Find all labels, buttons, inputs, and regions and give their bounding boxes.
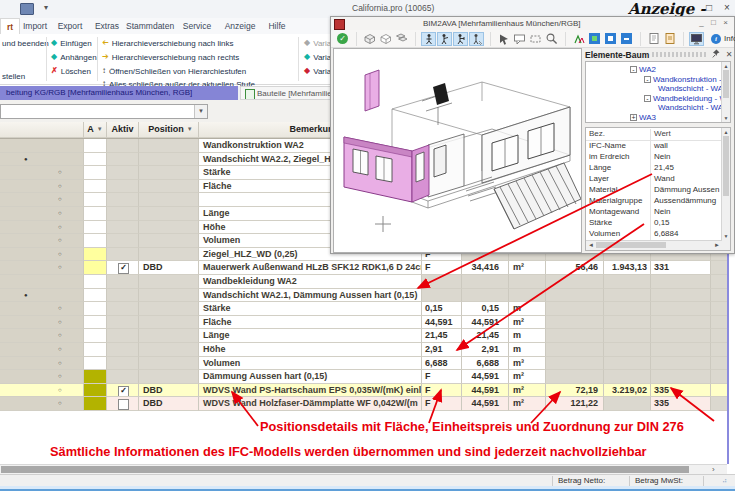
table-row[interactable]: ○DBDWDVS Wand Holzfaser-Dämmplatte WF 0,… <box>0 397 729 411</box>
table-row[interactable]: ○Volumen6,6886,688m³ <box>0 357 729 371</box>
prop-key: im Erdreich <box>586 152 650 163</box>
table-row[interactable]: ○Dämmung Aussen hart (0,15)F44,591m² <box>0 370 729 384</box>
comment-icon[interactable] <box>512 32 527 46</box>
maximize-button[interactable]: □ <box>701 1 717 14</box>
close-button[interactable]: × <box>719 1 735 14</box>
scrollbar-thumb[interactable] <box>1 466 689 473</box>
tree-item[interactable]: -Wandkonstruktion - WA2 <box>644 75 731 84</box>
blue-square-icon[interactable] <box>603 32 618 46</box>
append-button[interactable]: ◆Anhängen <box>51 51 97 63</box>
cell-a <box>84 343 107 357</box>
blue-square-green-icon[interactable] <box>587 32 602 46</box>
prop-row[interactable]: MontagewandNein <box>586 207 722 218</box>
cube-stack-icon[interactable] <box>394 32 409 46</box>
table-row[interactable]: ○Stärke0,150,15m <box>0 302 729 316</box>
bim-maximize-button[interactable]: □ <box>708 18 719 28</box>
model-tree-icon[interactable] <box>571 32 586 46</box>
filter-combobox[interactable]: ▼ <box>0 104 208 119</box>
info-button[interactable]: i Info ▼ <box>711 34 735 44</box>
save-and-exit-button[interactable]: und beenden <box>2 37 49 49</box>
tree-vertical-scrollbar[interactable]: ▲ ▼ <box>721 62 730 122</box>
blue-square-flat-icon[interactable] <box>619 32 634 46</box>
panel-close-icon[interactable]: ✕ <box>724 50 734 59</box>
annotation-line2: Sämtliche Informationen des IFC-Modells … <box>50 444 647 459</box>
tab-service[interactable]: Service <box>180 18 214 34</box>
aktiv-checkbox[interactable] <box>118 399 129 410</box>
cube-icon[interactable] <box>362 32 377 46</box>
tab-hilfe[interactable]: Hilfe <box>264 18 290 34</box>
tab-bearbeitung-kg-rgb[interactable]: beitung KG/RGB [Mehrfamilienhaus München… <box>0 86 238 100</box>
zoom-icon[interactable] <box>544 32 559 46</box>
pin-icon[interactable] <box>711 49 721 60</box>
prop-row[interactable]: IFC-Namewall <box>586 141 722 152</box>
bim-minimize-button[interactable]: _ <box>696 18 707 28</box>
open-close-hierarchy-button[interactable]: ↕Öffnen/Schließen von Hierarchiestufen <box>102 65 246 77</box>
person-hatch-icon[interactable] <box>469 32 484 46</box>
table-row[interactable]: Wandbekleidung WA2 <box>0 275 729 289</box>
table-row[interactable]: ○Höhe2,912,91m <box>0 343 729 357</box>
prop-row[interactable]: MaterialgruppeAussendämmung <box>586 196 722 207</box>
element-properties[interactable]: Bez.WertIFC-Namewallim ErdreichNeinLänge… <box>585 127 731 251</box>
tab-start[interactable]: rt <box>0 18 20 35</box>
hierarchy-shift-left-button[interactable]: ➔Hierarchieverschiebung nach links <box>102 37 234 49</box>
delete-button[interactable]: ✗Löschen <box>51 65 91 77</box>
table-row[interactable]: ○✓DBDWDVS Wand PS-Hartschaum EPS 0,035W/… <box>0 384 729 398</box>
header-position[interactable]: Position▼ <box>139 122 199 138</box>
report-icon[interactable] <box>646 32 661 46</box>
tree-item[interactable]: -Wandbekleidung - WA2 <box>644 94 731 103</box>
chevron-down-icon[interactable]: ▼ <box>194 105 207 118</box>
props-horizontal-scrollbar[interactable]: ◄ ► <box>586 240 722 250</box>
cube-icon[interactable] <box>378 32 393 46</box>
table-row[interactable]: ●Wandschicht WA2.1, Dämmung Aussen hart … <box>0 289 729 303</box>
tab-stammdaten[interactable]: Stammdaten <box>126 18 174 34</box>
confirm-icon[interactable]: ✓ <box>335 32 350 46</box>
export-doc-icon[interactable] <box>662 32 677 46</box>
prop-row[interactable]: LayerWand <box>586 174 722 185</box>
tab-anzeige[interactable]: Anzeige <box>222 18 258 34</box>
scroll-right-icon[interactable]: › <box>712 465 715 474</box>
scroll-down-icon: ▼ <box>722 115 730 121</box>
collapse-icon[interactable]: - <box>644 95 651 102</box>
prop-row[interactable]: Volumen6,6884 <box>586 229 722 240</box>
tab-export[interactable]: Export <box>54 18 86 34</box>
nav-pointer-icon[interactable] <box>496 32 511 46</box>
aktiv-checkbox[interactable]: ✓ <box>118 263 129 274</box>
person-move-icon[interactable] <box>453 32 468 46</box>
restore-button[interactable]: stellen <box>2 70 25 82</box>
bim-3d-viewport[interactable] <box>333 48 582 253</box>
tab-extras[interactable]: Extras <box>92 18 122 34</box>
bim-close-button[interactable]: × <box>720 18 731 28</box>
horizontal-scrollbar[interactable]: › <box>0 464 727 474</box>
walk-person-icon[interactable] <box>421 32 436 46</box>
tree-item[interactable]: +WA3 <box>630 113 656 122</box>
bim2ava-window[interactable]: BIM2AVA [Mehrfamilienhaus München/RGB] _… <box>330 16 735 254</box>
collapse-icon[interactable]: - <box>644 76 651 83</box>
table-row[interactable]: ○Länge21,4521,45m <box>0 329 729 343</box>
prop-row[interactable]: Länge21,45 <box>586 163 722 174</box>
prop-row[interactable]: MaterialDämmung Aussen hart <box>586 185 722 196</box>
select-rect-icon[interactable] <box>528 32 543 46</box>
element-tree[interactable]: -WA2-Wandkonstruktion - WA2Wandschicht -… <box>585 61 731 123</box>
person-point-icon[interactable] <box>437 32 452 46</box>
hierarchy-shift-right-button[interactable]: ➔Hierarchieverschiebung nach rechts <box>102 51 239 63</box>
collapse-icon[interactable]: - <box>630 66 637 73</box>
tree-item[interactable]: -WA2 <box>630 65 656 74</box>
bim-titlebar[interactable]: BIM2AVA [Mehrfamilienhaus München/RGB] _… <box>331 17 734 31</box>
aktiv-checkbox[interactable]: ✓ <box>118 386 129 397</box>
prop-row[interactable]: Stärke0,15 <box>586 218 722 229</box>
panel-header[interactable]: Elemente-Baum ✕ <box>585 48 734 61</box>
header-a[interactable]: A▼ <box>84 122 107 138</box>
insert-button[interactable]: ◆Einfügen <box>51 37 92 49</box>
resize-grip-icon[interactable]: ⠴ <box>722 477 728 485</box>
app-icon[interactable] <box>20 3 34 15</box>
expand-icon[interactable]: + <box>630 114 637 121</box>
cell-factor <box>422 289 462 303</box>
tab-import[interactable]: Import <box>20 18 50 34</box>
table-row[interactable]: ○Fläche44,59144,591m² <box>0 316 729 330</box>
prop-row[interactable]: im ErdreichNein <box>586 152 722 163</box>
quick-access-caret-icon[interactable]: ▾ <box>44 3 48 12</box>
table-row[interactable]: ○✓DBDMauerwerk Außenwand HLzB SFK12 RDK1… <box>0 261 729 275</box>
monitor-icon[interactable] <box>689 32 704 46</box>
header-aktiv[interactable]: Aktiv <box>107 122 139 138</box>
props-vertical-scrollbar[interactable]: ▲ ▼ <box>721 128 730 250</box>
